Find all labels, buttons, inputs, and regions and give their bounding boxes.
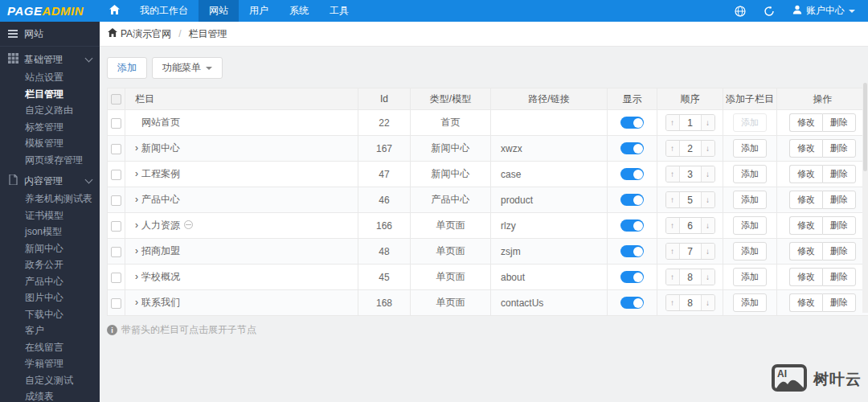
sidebar-item[interactable]: 成绩表 [0, 388, 100, 402]
add-child-button[interactable]: 添加 [733, 139, 767, 158]
edit-button[interactable]: 修改 [789, 216, 822, 235]
nav-item-4[interactable]: 工具 [319, 0, 359, 22]
expand-arrow-icon[interactable]: › [135, 194, 138, 205]
function-menu-button[interactable]: 功能菜单 [152, 57, 223, 79]
sidebar-item[interactable]: 图片中心 [0, 289, 100, 306]
app-logo[interactable]: PAGEADMIN [0, 0, 100, 22]
order-down-icon[interactable]: ↓ [701, 141, 714, 156]
sidebar-collapse-toggle[interactable]: 网站 [0, 22, 100, 47]
order-up-icon[interactable]: ↑ [666, 115, 680, 130]
order-value[interactable]: 1 [680, 115, 701, 130]
select-all-checkbox[interactable] [111, 94, 121, 105]
delete-button[interactable]: 删除 [822, 293, 856, 312]
sidebar-item[interactable]: 客户 [0, 322, 100, 339]
row-name-cell[interactable]: ›学校概况 [125, 265, 358, 290]
delete-button[interactable]: 删除 [822, 165, 856, 183]
edit-button[interactable]: 修改 [789, 268, 822, 286]
order-up-icon[interactable]: ↑ [666, 192, 680, 207]
visible-toggle[interactable] [620, 168, 644, 180]
order-up-icon[interactable]: ↑ [666, 295, 680, 310]
visible-toggle[interactable] [620, 297, 644, 309]
delete-button[interactable]: 删除 [822, 139, 856, 158]
nav-item-3[interactable]: 系统 [279, 0, 319, 22]
order-value[interactable]: 2 [680, 141, 701, 156]
sidebar-item[interactable]: 自定义测试 [0, 372, 100, 389]
row-checkbox[interactable] [111, 170, 121, 180]
visible-toggle[interactable] [620, 245, 644, 257]
order-down-icon[interactable]: ↓ [701, 244, 714, 259]
nav-item-2[interactable]: 用户 [239, 0, 279, 22]
sidebar-item[interactable]: 标签管理 [0, 119, 100, 136]
order-down-icon[interactable]: ↓ [701, 218, 714, 233]
sidebar-item[interactable]: 在线留言 [0, 339, 100, 356]
sidebar-item[interactable]: 学籍管理 [0, 355, 100, 372]
sidebar-item[interactable]: 网页缓存管理 [0, 152, 100, 169]
order-down-icon[interactable]: ↓ [701, 295, 714, 310]
expand-arrow-icon[interactable]: › [135, 297, 138, 308]
expand-arrow-icon[interactable]: › [135, 142, 138, 154]
sidebar-item[interactable]: 新闻中心 [0, 240, 100, 257]
row-checkbox[interactable] [111, 221, 121, 232]
order-up-icon[interactable]: ↑ [666, 218, 680, 233]
row-checkbox[interactable] [111, 247, 121, 257]
order-value[interactable]: 7 [680, 244, 701, 259]
order-down-icon[interactable]: ↓ [701, 115, 714, 130]
sidebar-item[interactable]: 政务公开 [0, 256, 100, 273]
sidebar-item[interactable]: 下载中心 [0, 306, 100, 323]
home-nav-button[interactable] [100, 0, 129, 22]
breadcrumb-site[interactable]: PA演示官网 [121, 27, 171, 41]
row-name-cell[interactable]: ›产品中心 [125, 187, 358, 213]
add-child-button[interactable]: 添加 [733, 191, 767, 209]
sidebar-group-1[interactable]: 内容管理 [0, 171, 100, 191]
order-down-icon[interactable]: ↓ [701, 192, 714, 207]
visible-toggle[interactable] [620, 271, 644, 283]
edit-button[interactable]: 修改 [789, 113, 822, 132]
add-child-button[interactable]: 添加 [733, 242, 767, 260]
delete-button[interactable]: 删除 [822, 216, 856, 235]
edit-button[interactable]: 修改 [789, 191, 822, 209]
order-value[interactable]: 8 [680, 269, 701, 285]
order-up-icon[interactable]: ↑ [666, 166, 680, 182]
edit-button[interactable]: 修改 [789, 242, 822, 260]
sidebar-item[interactable]: json模型 [0, 224, 100, 240]
order-down-icon[interactable]: ↓ [701, 269, 714, 285]
order-value[interactable]: 8 [680, 295, 701, 310]
row-checkbox[interactable] [111, 118, 121, 129]
row-name-cell[interactable]: ›新闻中心 [125, 136, 358, 162]
row-name-cell[interactable]: ›网站首页 [125, 110, 358, 136]
account-menu[interactable]: 账户中心 [792, 4, 855, 18]
delete-button[interactable]: 删除 [822, 242, 856, 260]
sidebar-item[interactable]: 栏目管理 [0, 86, 100, 103]
delete-button[interactable]: 删除 [822, 268, 856, 286]
edit-button[interactable]: 修改 [789, 139, 822, 158]
row-checkbox[interactable] [111, 273, 121, 283]
add-button[interactable]: 添加 [107, 57, 147, 79]
add-child-button[interactable]: 添加 [733, 293, 767, 312]
order-value[interactable]: 3 [680, 166, 701, 182]
order-up-icon[interactable]: ↑ [666, 141, 680, 156]
sidebar-item[interactable]: 模板管理 [0, 135, 100, 152]
delete-button[interactable]: 删除 [822, 191, 856, 209]
nav-item-1[interactable]: 网站 [199, 0, 239, 22]
row-name-cell[interactable]: ›工程案例 [125, 162, 358, 187]
expand-arrow-icon[interactable]: › [135, 219, 138, 231]
expand-arrow-icon[interactable]: › [135, 271, 138, 282]
expand-arrow-icon[interactable]: › [135, 245, 138, 256]
sidebar-item[interactable]: 证书模型 [0, 207, 100, 224]
visible-toggle[interactable] [620, 194, 644, 206]
sidebar-item[interactable]: 养老机构测试表 [0, 191, 100, 207]
row-checkbox[interactable] [111, 298, 121, 309]
row-checkbox[interactable] [111, 144, 121, 154]
globe-icon[interactable] [735, 6, 746, 17]
row-checkbox[interactable] [111, 195, 121, 206]
row-name-cell[interactable]: ›人力资源 [125, 213, 358, 239]
add-child-button[interactable]: 添加 [733, 216, 767, 235]
delete-button[interactable]: 删除 [822, 113, 856, 132]
table-scrollbar[interactable] [862, 83, 868, 313]
row-name-cell[interactable]: ›联系我们 [125, 290, 358, 316]
order-value[interactable]: 5 [680, 192, 701, 207]
nav-item-0[interactable]: 我的工作台 [129, 0, 199, 22]
visible-toggle[interactable] [620, 117, 644, 129]
order-up-icon[interactable]: ↑ [666, 269, 680, 285]
edit-button[interactable]: 修改 [789, 165, 822, 183]
